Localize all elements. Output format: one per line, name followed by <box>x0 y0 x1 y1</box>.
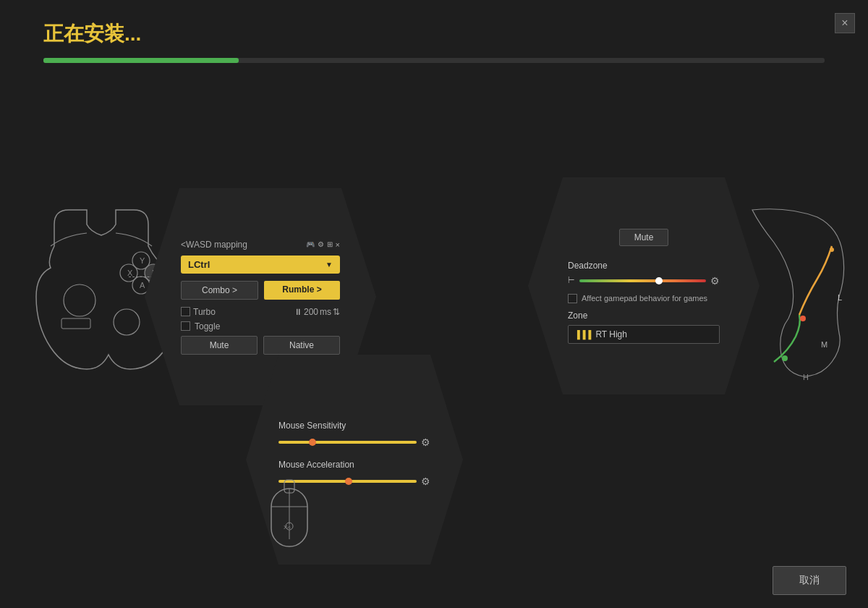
progress-bar-fill <box>43 58 239 63</box>
wasd-close-button[interactable]: × <box>336 240 340 249</box>
turbo-label: Turbo <box>193 307 216 317</box>
turbo-checkbox[interactable] <box>181 307 190 316</box>
affect-checkbox[interactable] <box>568 294 577 303</box>
deadzone-label: Deadzone <box>568 261 720 271</box>
cancel-button[interactable]: 取消 <box>773 566 846 595</box>
combo-rumble-row: Combo > Rumble > <box>181 281 340 300</box>
toggle-checkbox[interactable] <box>181 321 190 331</box>
header: 正在安装... <box>43 20 825 63</box>
mute-native-row: Mute Native <box>181 336 340 355</box>
toggle-label: Toggle <box>195 321 220 332</box>
svg-point-9 <box>114 309 140 335</box>
lctrl-dropdown[interactable]: LCtrl ▼ <box>181 256 340 274</box>
turbo-row: Turbo ⏸ 200 ms ⇅ <box>181 307 340 317</box>
wasd-header: <WASD mapping 🎮 ⚙ ⊞ × <box>181 240 340 250</box>
svg-text:Y: Y <box>140 256 145 265</box>
playstation-icon: 🎮 <box>306 240 315 249</box>
native-button[interactable]: Native <box>263 336 340 355</box>
sensitivity-settings-icon[interactable]: ⚙ <box>421 436 430 448</box>
deadzone-thumb[interactable] <box>655 277 663 284</box>
deadzone-slider[interactable] <box>579 279 706 282</box>
svg-point-22 <box>800 316 806 321</box>
dropdown-arrow-icon: ▼ <box>326 261 333 269</box>
sensitivity-thumb[interactable] <box>309 439 316 446</box>
zone-label: Zone <box>568 311 720 321</box>
combo-button[interactable]: Combo > <box>181 281 258 300</box>
zone-dropdown[interactable]: ▐▐▐ RT High <box>568 325 720 344</box>
zone-bars-icon: ▐▐▐ <box>574 330 591 339</box>
affect-label: Affect gamepad behavior for games <box>582 294 707 303</box>
settings-icon: ⚙ <box>318 240 324 249</box>
svg-text:L: L <box>838 293 842 302</box>
dropdown-value: LCtrl <box>188 259 210 270</box>
svg-point-21 <box>782 355 788 361</box>
deadzone-settings-icon[interactable]: ⚙ <box>710 275 720 287</box>
svg-rect-10 <box>61 318 90 329</box>
affect-checkbox-row: Affect gamepad behavior for games <box>568 294 720 303</box>
deadzone-slider-row: ⊢ ⚙ <box>568 275 720 287</box>
mouse-illustration: X4 <box>246 470 333 565</box>
svg-text:A: A <box>140 281 145 290</box>
close-button[interactable]: × <box>835 13 855 33</box>
turbo-bars-icon: ⏸ <box>294 307 302 317</box>
svg-text:M: M <box>821 340 827 349</box>
sensitivity-slider-row: ⚙ <box>278 436 430 448</box>
turbo-unit-text: ms <box>320 307 331 317</box>
turbo-value-text: 200 <box>304 307 318 317</box>
turbo-stepper[interactable]: ⇅ <box>333 307 340 317</box>
zone-value: RT High <box>595 329 627 339</box>
acceleration-settings-icon[interactable]: ⚙ <box>421 476 430 487</box>
layers-icon: ⊞ <box>327 240 333 249</box>
svg-text:X4: X4 <box>284 524 291 531</box>
svg-text:H: H <box>803 373 809 381</box>
sensitivity-label: Mouse Sensitivity <box>278 421 430 431</box>
rumble-button[interactable]: Rumble > <box>264 281 340 300</box>
svg-point-8 <box>64 284 95 316</box>
acceleration-thumb[interactable] <box>345 478 352 485</box>
svg-point-23 <box>830 248 834 252</box>
wasd-title-text: <WASD mapping <box>181 240 247 250</box>
deadzone-panel: Mute Deadzone ⊢ ⚙ Affect gamepad behavio… <box>528 177 760 394</box>
toggle-row: Toggle <box>181 321 340 332</box>
trigger-curve-illustration: H M L <box>731 203 854 405</box>
mute-button[interactable]: Mute <box>181 336 258 355</box>
progress-bar-background <box>43 58 825 63</box>
deadzone-mute-button[interactable]: Mute <box>619 229 669 246</box>
wasd-icons: 🎮 ⚙ ⊞ × <box>306 240 340 249</box>
sensitivity-slider[interactable] <box>278 441 417 444</box>
page-title: 正在安装... <box>43 20 825 48</box>
acceleration-label: Mouse Acceleration <box>278 460 430 470</box>
